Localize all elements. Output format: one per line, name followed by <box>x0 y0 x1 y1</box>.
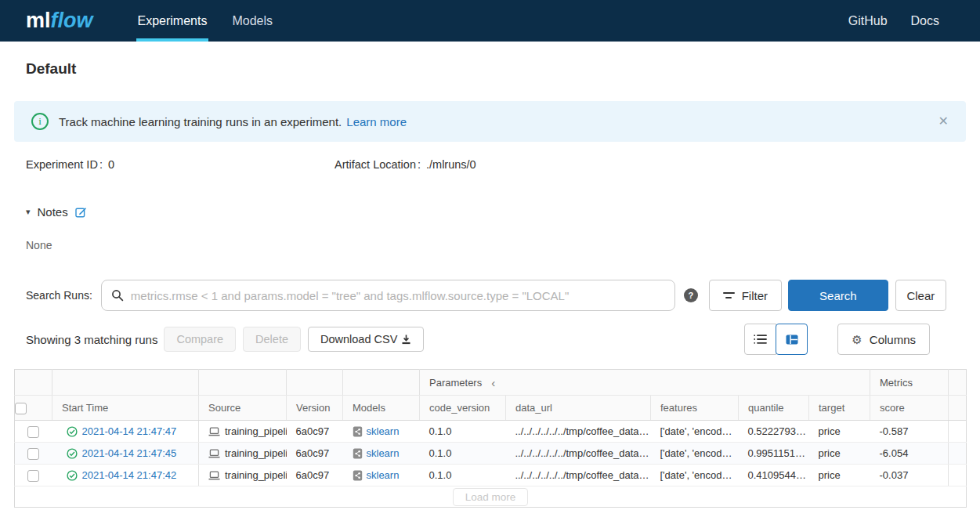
version-value: 6a0c97 <box>287 421 343 443</box>
run-start-time-link[interactable]: 2021-04-14 21:47:42 <box>82 469 177 481</box>
header-quantile[interactable]: quantile <box>739 396 809 421</box>
code-version-value: 0.1.0 <box>420 421 506 443</box>
load-more-button[interactable]: Load more <box>453 488 529 506</box>
source-name[interactable]: training_pipelir <box>225 425 287 437</box>
row-checkbox[interactable] <box>27 426 39 438</box>
close-icon[interactable]: ✕ <box>938 115 949 128</box>
gear-icon: ⚙ <box>852 334 862 345</box>
help-icon[interactable]: ? <box>684 288 698 302</box>
search-box <box>101 280 675 311</box>
model-link[interactable]: sklearn <box>367 469 400 481</box>
run-start-time-link[interactable]: 2021-04-14 21:47:45 <box>82 447 177 459</box>
download-csv-label: Download CSV <box>320 333 397 345</box>
laptop-icon <box>208 427 220 436</box>
tab-experiments[interactable]: Experiments <box>136 0 209 42</box>
code-version-value: 0.1.0 <box>420 443 506 465</box>
runs-toolbar: Showing 3 matching runs Compare Delete D… <box>26 324 930 355</box>
nav-link-github[interactable]: GitHub <box>848 14 888 28</box>
model-file-icon <box>353 470 363 481</box>
header-version[interactable]: Version <box>287 396 343 421</box>
model-link[interactable]: sklearn <box>367 425 400 437</box>
laptop-icon <box>208 471 220 480</box>
column-group-header-row: Parameters ‹ Metrics <box>15 370 967 396</box>
list-view-icon <box>754 334 767 345</box>
filter-icon <box>723 292 735 298</box>
header-start-time[interactable]: Start Time <box>52 396 199 421</box>
header-models[interactable]: Models <box>343 396 420 421</box>
view-controls: ⚙ Columns <box>744 324 930 355</box>
table-view-button[interactable] <box>776 324 808 355</box>
learn-more-link[interactable]: Learn more <box>346 115 407 128</box>
logo-ml-text: ml <box>26 9 51 33</box>
metrics-group-header: Metrics <box>870 377 948 389</box>
download-icon <box>401 335 411 345</box>
row-checkbox[interactable] <box>27 470 39 482</box>
edit-notes-icon[interactable] <box>75 206 87 218</box>
nav-link-docs[interactable]: Docs <box>911 14 939 28</box>
quantile-value: 0.4109544… <box>739 465 809 486</box>
delete-button[interactable]: Delete <box>243 327 301 352</box>
target-value: price <box>809 443 870 465</box>
parameters-group-label: Parameters <box>429 377 482 389</box>
caret-down-icon[interactable]: ▾ <box>26 207 31 217</box>
target-value: price <box>809 465 870 486</box>
load-more-row: Load more <box>15 486 967 508</box>
experiment-id-value: 0 <box>108 158 114 171</box>
version-value: 6a0c97 <box>287 465 343 486</box>
quantile-value: 0.9951151… <box>739 443 809 465</box>
header-target[interactable]: target <box>809 396 870 421</box>
run-finished-icon <box>67 426 78 437</box>
experiment-id: Experiment ID:0 <box>26 158 335 171</box>
runs-table: Parameters ‹ Metrics Start Time Source V… <box>14 369 967 508</box>
notes-title[interactable]: Notes <box>38 205 68 219</box>
filter-button-label: Filter <box>742 289 768 302</box>
tab-models[interactable]: Models <box>230 0 274 42</box>
header-code-version[interactable]: code_version <box>420 396 506 421</box>
header-features[interactable]: features <box>651 396 739 421</box>
data-url-value: ../../../../../../tmp/coffee_data… <box>506 443 651 465</box>
search-runs-row: Search Runs: ? Filter Search Clear <box>26 280 954 311</box>
nav-right-links: GitHub Docs <box>848 0 980 42</box>
filter-button[interactable]: Filter <box>709 280 782 311</box>
parameters-group-header: Parameters ‹ <box>420 376 870 389</box>
clear-button[interactable]: Clear <box>895 280 946 311</box>
model-link[interactable]: sklearn <box>367 447 400 459</box>
info-alert: i Track machine learning training runs i… <box>14 101 966 142</box>
experiment-id-label: Experiment ID <box>26 158 98 171</box>
search-input[interactable] <box>131 289 665 302</box>
table-row: 2021-04-14 21:47:47 training_pipelir 6a0… <box>15 421 967 443</box>
search-runs-label: Search Runs: <box>26 289 92 302</box>
row-checkbox[interactable] <box>27 448 39 460</box>
logo-flow-text: flow <box>51 9 93 33</box>
columns-button-label: Columns <box>870 333 916 346</box>
list-view-button[interactable] <box>744 324 776 355</box>
data-url-value: ../../../../../../tmp/coffee_data… <box>506 465 651 486</box>
mlflow-logo[interactable]: mlflow <box>26 0 93 42</box>
source-name[interactable]: training_pipelir <box>225 447 287 459</box>
chevron-left-icon[interactable]: ‹ <box>491 376 495 389</box>
table-row: 2021-04-14 21:47:42 training_pipelir 6a0… <box>15 465 967 486</box>
header-data-url[interactable]: data_url <box>506 396 651 421</box>
compare-button[interactable]: Compare <box>164 327 236 352</box>
columns-button[interactable]: ⚙ Columns <box>837 324 930 355</box>
features-value: ['date', 'encod… <box>651 443 739 465</box>
top-navbar: mlflow Experiments Models GitHub Docs <box>0 0 980 42</box>
search-button[interactable]: Search <box>788 280 888 311</box>
artifact-location-label: Artifact Location <box>335 158 416 171</box>
source-name[interactable]: training_pipelir <box>225 469 287 481</box>
model-file-icon <box>353 426 363 437</box>
info-circle-icon: i <box>31 113 49 130</box>
notes-content: None <box>26 239 954 251</box>
header-source[interactable]: Source <box>199 396 287 421</box>
page-title: Default <box>26 60 954 78</box>
version-value: 6a0c97 <box>287 443 343 465</box>
data-url-value: ../../../../../../tmp/coffee_data… <box>506 421 651 443</box>
header-score[interactable]: score <box>870 396 949 421</box>
select-all-checkbox[interactable] <box>15 403 27 414</box>
download-csv-button[interactable]: Download CSV <box>308 327 424 352</box>
run-start-time-link[interactable]: 2021-04-14 21:47:47 <box>82 425 177 437</box>
code-version-value: 0.1.0 <box>420 465 506 486</box>
metrics-group-label: Metrics <box>880 377 913 389</box>
laptop-icon <box>208 449 220 458</box>
features-value: ['date', 'encod… <box>651 465 739 486</box>
